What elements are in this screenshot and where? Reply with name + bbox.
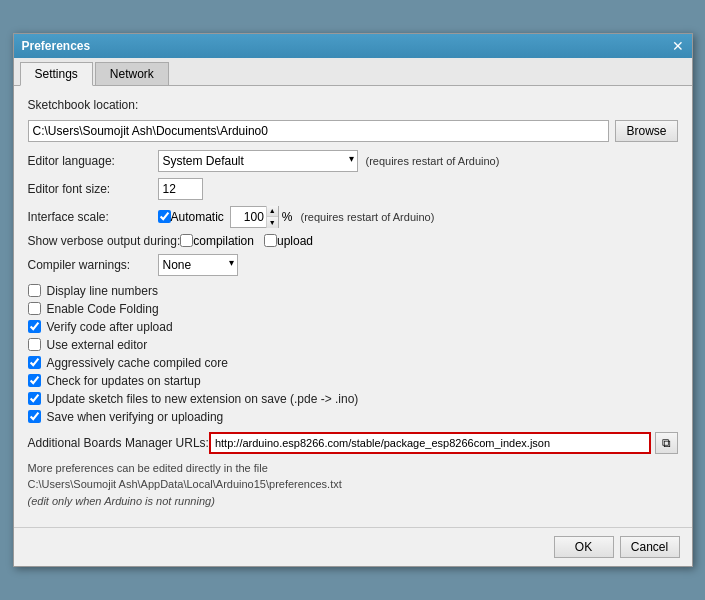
additional-boards-input[interactable] [209,432,651,454]
check-updates-checkbox[interactable] [28,374,41,387]
save-verifying-checkbox[interactable] [28,410,41,423]
checkbox-save-verifying: Save when verifying or uploading [28,410,678,424]
interface-scale-row: Interface scale: Automatic ▲ ▼ % (requir… [28,206,678,228]
compiler-warnings-select-wrapper: None Default More All [158,254,238,276]
verbose-output-row: Show verbose output during: compilation … [28,234,678,248]
update-sketch-checkbox[interactable] [28,392,41,405]
editor-language-select-wrapper: System Default [158,150,358,172]
editor-language-row: Editor language: System Default (require… [28,150,678,172]
checkboxes-section: Display line numbers Enable Code Folding… [28,284,678,424]
compiler-warnings-label: Compiler warnings: [28,258,158,272]
sketchbook-label: Sketchbook location: [28,98,158,112]
save-verifying-label: Save when verifying or uploading [47,410,224,424]
bottom-bar: OK Cancel [14,527,692,566]
sketchbook-input[interactable] [28,120,610,142]
verify-code-checkbox[interactable] [28,320,41,333]
editor-language-select[interactable]: System Default [158,150,358,172]
external-editor-checkbox[interactable] [28,338,41,351]
sketchbook-location-row: Sketchbook location: [28,98,678,112]
checkbox-display-line-numbers: Display line numbers [28,284,678,298]
aggressively-cache-label: Aggressively cache compiled core [47,356,228,370]
editor-font-size-row: Editor font size: [28,178,678,200]
close-button[interactable]: ✕ [672,39,684,53]
interface-scale-input[interactable] [231,208,266,226]
browse-button[interactable]: Browse [615,120,677,142]
verbose-output-label: Show verbose output during: [28,234,181,248]
spinner-down-button[interactable]: ▼ [267,217,278,228]
footer-line2: C:\Users\Soumojit Ash\AppData\Local\Ardu… [28,476,678,493]
compiler-warnings-select[interactable]: None Default More All [158,254,238,276]
checkbox-aggressively-cache: Aggressively cache compiled core [28,356,678,370]
checkbox-check-updates: Check for updates on startup [28,374,678,388]
preferences-window: Preferences ✕ Settings Network Sketchboo… [13,33,693,568]
cancel-button[interactable]: Cancel [620,536,680,558]
checkbox-update-sketch: Update sketch files to new extension on … [28,392,678,406]
interface-scale-label: Interface scale: [28,210,158,224]
editor-font-size-label: Editor font size: [28,182,158,196]
interface-scale-spinner: ▲ ▼ [230,206,279,228]
title-bar: Preferences ✕ [14,34,692,58]
editor-font-size-input[interactable] [158,178,203,200]
compiler-warnings-row: Compiler warnings: None Default More All [28,254,678,276]
verify-code-label: Verify code after upload [47,320,173,334]
aggressively-cache-checkbox[interactable] [28,356,41,369]
sketchbook-input-row: Browse [28,120,678,142]
tab-settings[interactable]: Settings [20,62,93,86]
tab-bar: Settings Network [14,58,692,86]
interface-scale-checkbox[interactable] [158,210,171,223]
spinner-up-button[interactable]: ▲ [267,206,278,217]
upload-checkbox[interactable] [264,234,277,247]
checkbox-external-editor: Use external editor [28,338,678,352]
checkbox-enable-code-folding: Enable Code Folding [28,302,678,316]
additional-boards-label: Additional Boards Manager URLs: [28,436,209,450]
upload-label: upload [277,234,313,248]
interface-scale-note: (requires restart of Arduino) [300,211,434,223]
footer-notes: More preferences can be edited directly … [28,460,678,510]
compilation-checkbox[interactable] [180,234,193,247]
footer-line3: (edit only when Arduino is not running) [28,493,678,510]
spinner-buttons: ▲ ▼ [266,206,278,228]
tab-network[interactable]: Network [95,62,169,85]
enable-code-folding-checkbox[interactable] [28,302,41,315]
checkbox-verify-code: Verify code after upload [28,320,678,334]
compilation-label: compilation [193,234,254,248]
display-line-numbers-checkbox[interactable] [28,284,41,297]
additional-boards-expand-button[interactable]: ⧉ [655,432,678,454]
check-updates-label: Check for updates on startup [47,374,201,388]
settings-content: Sketchbook location: Browse Editor langu… [14,86,692,522]
editor-language-label: Editor language: [28,154,158,168]
additional-boards-row: Additional Boards Manager URLs: ⧉ [28,432,678,454]
window-title: Preferences [22,39,91,53]
update-sketch-label: Update sketch files to new extension on … [47,392,359,406]
ok-button[interactable]: OK [554,536,614,558]
enable-code-folding-label: Enable Code Folding [47,302,159,316]
editor-language-note: (requires restart of Arduino) [366,155,500,167]
footer-line1: More preferences can be edited directly … [28,460,678,477]
interface-scale-auto-label: Automatic [171,210,224,224]
interface-scale-unit: % [282,210,293,224]
external-editor-label: Use external editor [47,338,148,352]
display-line-numbers-label: Display line numbers [47,284,158,298]
